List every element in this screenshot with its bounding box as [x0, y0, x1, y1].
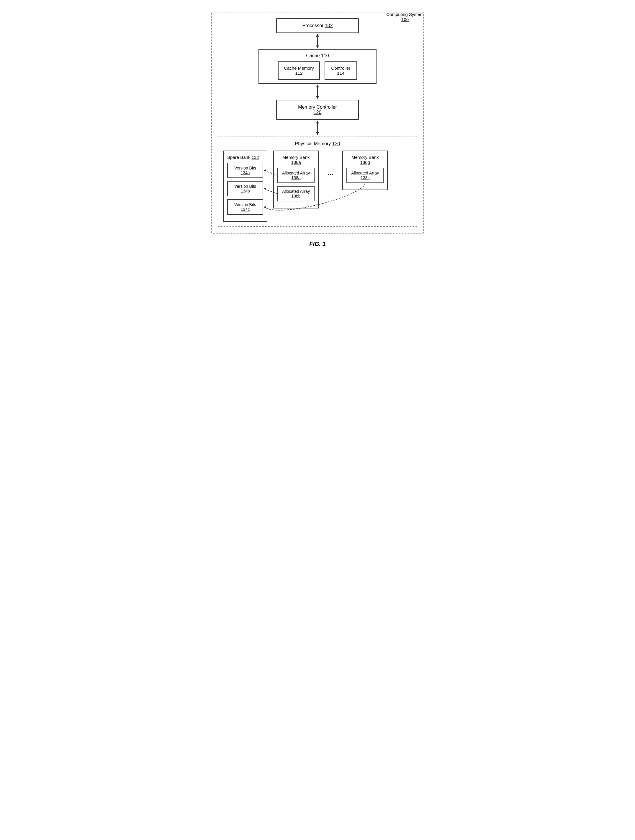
svg-marker-8: [316, 132, 319, 135]
svg-marker-7: [316, 120, 319, 123]
memory-bank-g-box: Memory Bank 136g Allocated Array 138c: [342, 151, 388, 190]
spare-bank-box: Spare Bank 132 Version Bits 134a Version…: [223, 151, 267, 222]
svg-marker-2: [316, 46, 319, 49]
outer-diagram-border: Processor 102 Cache 110 Cache Memory 112: [211, 12, 424, 234]
physical-memory-box: Physical Memory 130 Spare Bank 132 Versi…: [218, 136, 417, 227]
cache-box: Cache 110 Cache Memory 112 Controller 11…: [258, 49, 377, 84]
memory-controller-box: Memory Controller 120: [276, 100, 359, 120]
processor-label: Processor: [302, 23, 323, 28]
fig-label: FIG. 1: [211, 241, 424, 248]
memory-bank-a-label: Memory Bank 136a: [277, 155, 315, 165]
memory-bank-g-label: Memory Bank 136g: [347, 155, 384, 165]
version-bits-box-a: Version Bits 134a: [227, 163, 263, 178]
banks-container: Spare Bank 132 Version Bits 134a Version…: [223, 151, 412, 222]
cache-inner-row: Cache Memory 112 Controller 114: [263, 62, 372, 80]
arrow-processor-cache: [313, 33, 322, 49]
arrow-cache-memcontroller: [313, 84, 322, 100]
physical-memory-label: Physical Memory 130: [223, 141, 412, 147]
allocated-array-138a: Allocated Array 138a: [277, 168, 315, 183]
page-container: Computing System 100 Processor 102 Cache…: [205, 6, 430, 253]
svg-marker-4: [316, 84, 319, 87]
svg-marker-1: [316, 34, 319, 36]
allocated-array-138b: Allocated Array 138b: [277, 186, 315, 201]
banks-row: Spare Bank 132 Version Bits 134a Version…: [223, 151, 412, 222]
cache-label: Cache 110: [263, 53, 372, 58]
ellipsis: ...: [325, 151, 336, 177]
version-bits-box-c: Version Bits 134c: [227, 199, 263, 215]
allocated-array-138c: Allocated Array 138c: [347, 168, 384, 183]
svg-marker-5: [316, 96, 319, 99]
controller-box: Controller 114: [325, 62, 357, 80]
arrow-memcontroller-physmem: [313, 120, 322, 136]
version-bits-box-b: Version Bits 134b: [227, 181, 263, 196]
processor-ref: 102: [325, 23, 333, 28]
spare-bank-label: Spare Bank 132: [227, 155, 263, 160]
processor-box: Processor 102: [276, 18, 359, 33]
memory-bank-a-box: Memory Bank 136a Allocated Array 138a Al…: [273, 151, 319, 208]
cache-memory-box: Cache Memory 112: [278, 62, 320, 80]
